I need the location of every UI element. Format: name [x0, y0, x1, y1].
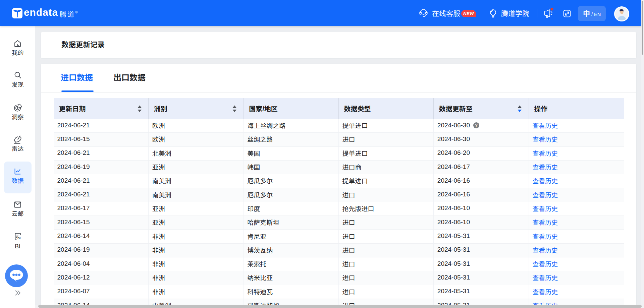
- svg-text:BI: BI: [17, 236, 21, 240]
